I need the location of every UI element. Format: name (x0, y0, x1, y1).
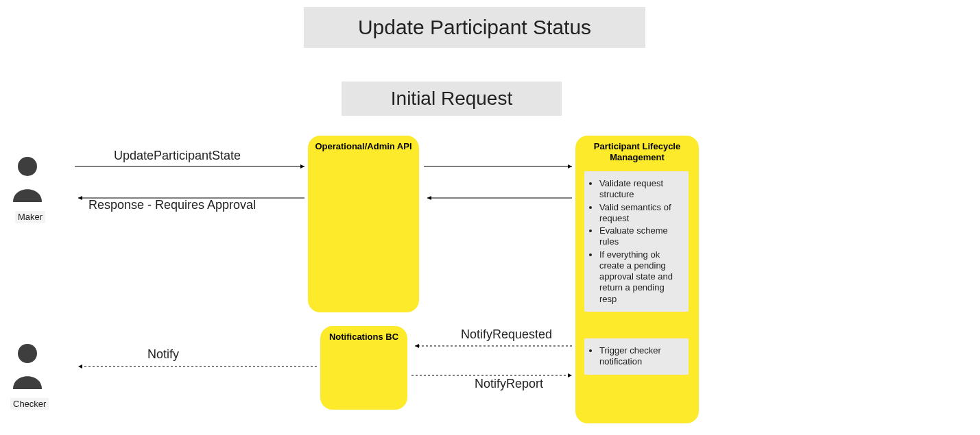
lifecycle-steps: Validate request structure Valid semanti… (584, 171, 689, 312)
component-notifications-title: Notifications BC (320, 326, 407, 345)
list-item: Valid semantics of request (599, 202, 683, 225)
msg-notify-requested: NotifyRequested (461, 327, 552, 342)
actor-label-checker: Checker (10, 398, 49, 410)
list-item: Trigger checker notification (599, 345, 683, 368)
msg-notify-report: NotifyReport (475, 377, 543, 391)
svg-point-0 (18, 157, 37, 176)
list-item: If everything ok create a pending approv… (599, 249, 683, 305)
msg-notify: Notify (147, 347, 179, 362)
component-api-title: Operational/Admin API (308, 136, 419, 155)
msg-response-approval: Response - Requires Approval (88, 198, 256, 212)
diagram-subtitle: Initial Request (342, 82, 562, 116)
component-api: Operational/Admin API (308, 136, 419, 312)
notification-steps: Trigger checker notification (584, 338, 689, 375)
diagram-title: Update Participant Status (304, 7, 645, 48)
svg-point-1 (18, 344, 37, 363)
notification-steps-list: Trigger checker notification (587, 345, 683, 368)
component-lifecycle-title: Participant Lifecycle Management (575, 136, 699, 165)
component-notifications: Notifications BC (320, 326, 407, 410)
actor-label-maker: Maker (15, 211, 45, 223)
list-item: Validate request structure (599, 178, 683, 201)
diagram-arrows (0, 0, 980, 435)
person-icon (10, 154, 45, 205)
list-item: Evaluate scheme rules (599, 225, 683, 248)
person-icon (10, 341, 45, 392)
msg-update-state: UpdateParticipantState (114, 149, 241, 163)
lifecycle-steps-list: Validate request structure Valid semanti… (587, 178, 683, 305)
